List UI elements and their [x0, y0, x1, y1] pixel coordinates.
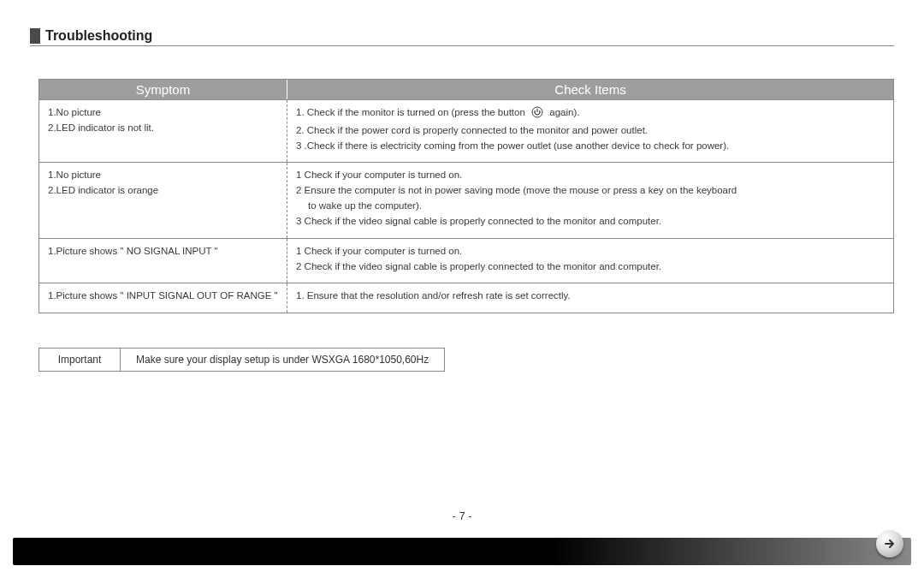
check-line: 3 Check if the video signal cable is pro… — [296, 214, 885, 229]
table-row: 1.Picture shows " NO SIGNAL INPUT " 1 Ch… — [39, 238, 893, 283]
check-line: 1. Ensure that the resolution and/or ref… — [296, 289, 885, 304]
table-row: 1.No picture 2.LED indicator is orange 1… — [39, 162, 893, 237]
header-check: Check Items — [287, 80, 893, 99]
check-text: again). — [549, 107, 579, 117]
important-note: Important Make sure your display setup i… — [38, 348, 445, 372]
title-accent-block — [30, 28, 40, 44]
check-cell: 1 Check if your computer is turned on. 2… — [287, 163, 893, 237]
troubleshooting-table: Symptom Check Items 1.No picture 2.LED i… — [38, 79, 894, 313]
check-line: 2 Check if the video signal cable is pro… — [296, 259, 885, 275]
check-line: 2 Ensure the computer is not in power sa… — [296, 183, 885, 199]
check-line: 2. Check if the power cord is properly c… — [296, 123, 885, 139]
table-row: 1.No picture 2.LED indicator is not lit.… — [39, 99, 893, 162]
next-page-button[interactable] — [876, 530, 903, 557]
check-line: 3 .Check if there is electricity coming … — [296, 139, 885, 154]
important-text: Make sure your display setup is under WS… — [121, 349, 444, 371]
header-symptom: Symptom — [39, 80, 287, 99]
section-title-bar: Troubleshooting — [30, 26, 894, 46]
check-line: 1 Check if your computer is turned on. — [296, 168, 885, 183]
symptom-cell: 1.No picture 2.LED indicator is orange — [39, 163, 287, 237]
check-line: to wake up the computer). — [296, 199, 885, 214]
check-line: 1 Check if your computer is turned on. — [296, 244, 885, 259]
table-row: 1.Picture shows " INPUT SIGNAL OUT OF RA… — [39, 283, 893, 313]
symptom-line: 1.Picture shows " INPUT SIGNAL OUT OF RA… — [48, 289, 278, 304]
footer-bar — [13, 538, 911, 565]
check-cell: 1 Check if your computer is turned on. 2… — [287, 239, 893, 283]
power-icon — [531, 106, 543, 123]
symptom-line: 1.No picture — [48, 105, 278, 121]
check-line: 1. Check if the monitor is turned on (pr… — [296, 105, 885, 123]
symptom-line: 1.No picture — [48, 168, 278, 183]
check-cell: 1. Ensure that the resolution and/or ref… — [287, 283, 893, 313]
symptom-cell: 1.Picture shows " NO SIGNAL INPUT " — [39, 239, 287, 283]
symptom-cell: 1.No picture 2.LED indicator is not lit. — [39, 100, 287, 162]
symptom-cell: 1.Picture shows " INPUT SIGNAL OUT OF RA… — [39, 283, 287, 313]
section-title: Troubleshooting — [45, 28, 152, 44]
page-number: - 7 - — [0, 509, 924, 522]
page: Troubleshooting Symptom Check Items 1.No… — [0, 0, 924, 578]
check-text: 1. Check if the monitor is turned on (pr… — [296, 107, 525, 117]
symptom-line: 2.LED indicator is not lit. — [48, 121, 278, 136]
symptom-line: 2.LED indicator is orange — [48, 183, 278, 199]
arrow-right-icon — [883, 537, 897, 551]
check-cell: 1. Check if the monitor is turned on (pr… — [287, 100, 893, 162]
important-label: Important — [39, 349, 121, 371]
symptom-line: 1.Picture shows " NO SIGNAL INPUT " — [48, 244, 278, 259]
table-header: Symptom Check Items — [39, 80, 893, 99]
